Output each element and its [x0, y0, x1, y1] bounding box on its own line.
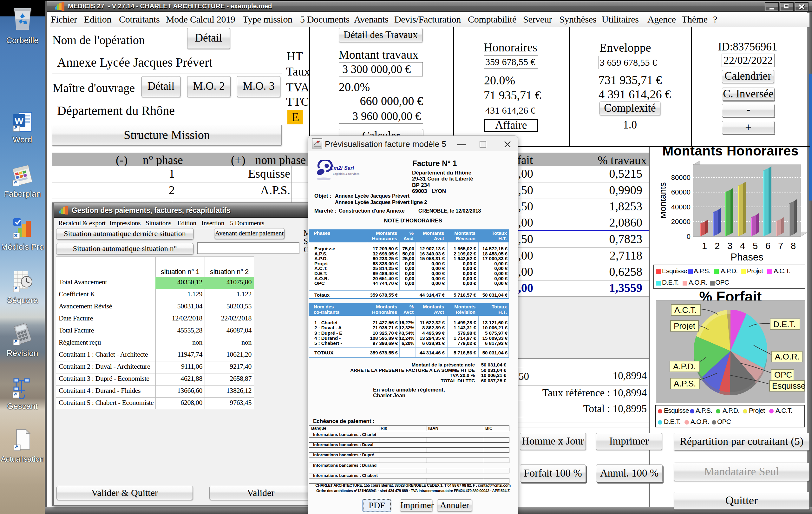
svg-text:OPC: OPC — [774, 370, 792, 379]
svg-text:1: 1 — [702, 241, 707, 251]
svg-text:A.P.S.: A.P.S. — [674, 379, 696, 388]
svg-text:80000: 80000 — [671, 174, 691, 181]
svg-text:20000: 20000 — [671, 218, 691, 226]
svg-text:0: 0 — [687, 233, 691, 240]
svg-text:A.C.T.: A.C.T. — [674, 305, 697, 315]
svg-text:60000: 60000 — [671, 188, 691, 196]
svg-text:W: W — [14, 115, 24, 126]
svg-text:Projet: Projet — [674, 321, 696, 331]
svg-text:Esquisse: Esquisse — [772, 381, 805, 391]
svg-text:5: 5 — [753, 241, 758, 251]
svg-text:3: 3 — [727, 241, 732, 251]
svg-text:40000: 40000 — [671, 203, 691, 211]
svg-text:Phases: Phases — [730, 252, 763, 262]
svg-text:8: 8 — [791, 241, 796, 251]
svg-text:Cm2i Sarl: Cm2i Sarl — [329, 165, 354, 171]
svg-text:Logiciels & Services: Logiciels & Services — [333, 172, 359, 175]
svg-text:D.E.T.: D.E.T. — [773, 319, 796, 329]
svg-text:A.P.D.: A.P.D. — [673, 362, 696, 371]
svg-text:A.O.R.: A.O.R. — [775, 352, 800, 362]
svg-text:4: 4 — [740, 241, 745, 251]
svg-text:7: 7 — [778, 241, 783, 251]
svg-text:6: 6 — [765, 241, 771, 251]
svg-text:2: 2 — [715, 241, 720, 251]
svg-text:Montants: Montants — [661, 182, 668, 219]
